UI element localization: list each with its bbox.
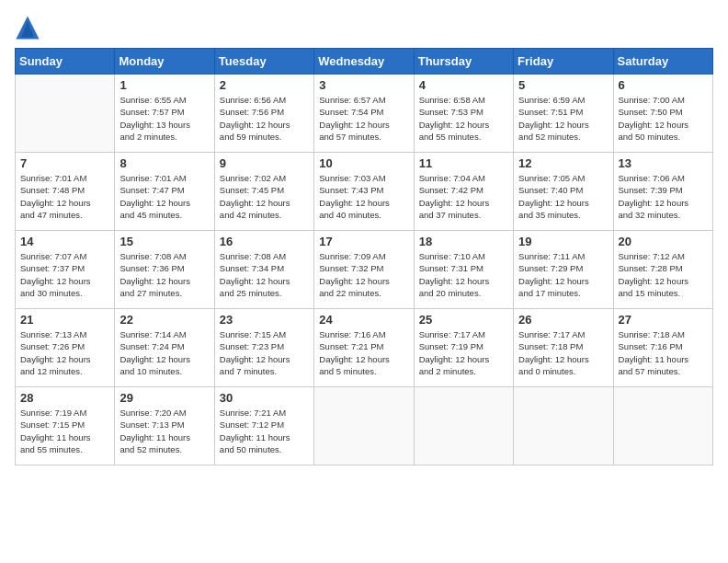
calendar-cell: 3Sunrise: 6:57 AM Sunset: 7:54 PM Daylig… xyxy=(314,75,414,153)
calendar-cell: 12Sunrise: 7:05 AM Sunset: 7:40 PM Dayli… xyxy=(514,153,613,231)
calendar-cell: 26Sunrise: 7:17 AM Sunset: 7:18 PM Dayli… xyxy=(514,309,613,387)
day-number: 10 xyxy=(319,156,408,170)
calendar-week-row: 7Sunrise: 7:01 AM Sunset: 7:48 PM Daylig… xyxy=(16,153,713,231)
day-info: Sunrise: 7:06 AM Sunset: 7:39 PM Dayligh… xyxy=(619,172,708,221)
calendar-cell: 24Sunrise: 7:16 AM Sunset: 7:21 PM Dayli… xyxy=(314,309,414,387)
day-number: 20 xyxy=(619,235,708,248)
day-info: Sunrise: 7:17 AM Sunset: 7:18 PM Dayligh… xyxy=(518,328,608,377)
calendar-cell: 13Sunrise: 7:06 AM Sunset: 7:39 PM Dayli… xyxy=(613,153,712,231)
day-info: Sunrise: 7:20 AM Sunset: 7:13 PM Dayligh… xyxy=(119,407,209,455)
day-number: 27 xyxy=(619,313,708,327)
day-of-week-header: Tuesday xyxy=(214,49,313,75)
calendar-cell: 23Sunrise: 7:15 AM Sunset: 7:23 PM Dayli… xyxy=(214,309,313,387)
calendar-cell: 5Sunrise: 6:59 AM Sunset: 7:51 PM Daylig… xyxy=(514,75,613,153)
day-number: 17 xyxy=(319,235,408,248)
calendar-cell: 16Sunrise: 7:08 AM Sunset: 7:34 PM Dayli… xyxy=(214,231,313,309)
day-info: Sunrise: 7:12 AM Sunset: 7:28 PM Dayligh… xyxy=(619,250,708,299)
day-of-week-header: Wednesday xyxy=(314,49,414,75)
calendar-cell xyxy=(414,387,513,465)
day-number: 11 xyxy=(419,156,508,170)
day-number: 28 xyxy=(20,391,109,405)
calendar-cell: 8Sunrise: 7:01 AM Sunset: 7:47 PM Daylig… xyxy=(115,153,214,231)
calendar-cell: 15Sunrise: 7:08 AM Sunset: 7:36 PM Dayli… xyxy=(115,231,214,309)
calendar-header-row: SundayMondayTuesdayWednesdayThursdayFrid… xyxy=(16,49,713,75)
day-info: Sunrise: 7:15 AM Sunset: 7:23 PM Dayligh… xyxy=(220,328,309,377)
calendar-cell: 9Sunrise: 7:02 AM Sunset: 7:45 PM Daylig… xyxy=(214,153,313,231)
day-number: 21 xyxy=(20,313,109,327)
day-info: Sunrise: 7:11 AM Sunset: 7:29 PM Dayligh… xyxy=(518,250,608,299)
calendar-cell: 21Sunrise: 7:13 AM Sunset: 7:26 PM Dayli… xyxy=(16,309,115,387)
calendar-cell: 17Sunrise: 7:09 AM Sunset: 7:32 PM Dayli… xyxy=(314,231,414,309)
day-info: Sunrise: 7:21 AM Sunset: 7:12 PM Dayligh… xyxy=(220,407,309,455)
day-info: Sunrise: 7:14 AM Sunset: 7:24 PM Dayligh… xyxy=(119,328,209,377)
day-number: 23 xyxy=(220,313,309,327)
day-number: 8 xyxy=(119,156,209,170)
calendar-cell: 18Sunrise: 7:10 AM Sunset: 7:31 PM Dayli… xyxy=(414,231,513,309)
day-number: 4 xyxy=(419,78,508,92)
calendar-cell: 28Sunrise: 7:19 AM Sunset: 7:15 PM Dayli… xyxy=(16,387,115,465)
page-header xyxy=(15,15,713,40)
day-info: Sunrise: 7:01 AM Sunset: 7:47 PM Dayligh… xyxy=(119,172,209,221)
day-of-week-header: Monday xyxy=(115,49,214,75)
day-of-week-header: Friday xyxy=(514,49,613,75)
calendar-cell: 10Sunrise: 7:03 AM Sunset: 7:43 PM Dayli… xyxy=(314,153,414,231)
day-info: Sunrise: 7:16 AM Sunset: 7:21 PM Dayligh… xyxy=(319,328,408,377)
day-info: Sunrise: 7:02 AM Sunset: 7:45 PM Dayligh… xyxy=(220,172,309,221)
calendar-cell: 1Sunrise: 6:55 AM Sunset: 7:57 PM Daylig… xyxy=(115,75,214,153)
calendar-week-row: 28Sunrise: 7:19 AM Sunset: 7:15 PM Dayli… xyxy=(16,387,713,465)
day-number: 16 xyxy=(220,235,309,248)
day-number: 7 xyxy=(20,156,109,170)
day-number: 26 xyxy=(518,313,608,327)
day-info: Sunrise: 7:17 AM Sunset: 7:19 PM Dayligh… xyxy=(419,328,508,377)
day-info: Sunrise: 7:19 AM Sunset: 7:15 PM Dayligh… xyxy=(20,407,109,455)
calendar-week-row: 21Sunrise: 7:13 AM Sunset: 7:26 PM Dayli… xyxy=(16,309,713,387)
calendar-cell: 30Sunrise: 7:21 AM Sunset: 7:12 PM Dayli… xyxy=(214,387,313,465)
calendar-cell: 19Sunrise: 7:11 AM Sunset: 7:29 PM Dayli… xyxy=(514,231,613,309)
calendar-cell: 6Sunrise: 7:00 AM Sunset: 7:50 PM Daylig… xyxy=(613,75,712,153)
day-info: Sunrise: 7:00 AM Sunset: 7:50 PM Dayligh… xyxy=(619,94,708,143)
day-number: 22 xyxy=(119,313,209,327)
day-number: 14 xyxy=(20,235,109,248)
calendar-week-row: 1Sunrise: 6:55 AM Sunset: 7:57 PM Daylig… xyxy=(16,75,713,153)
calendar-cell: 20Sunrise: 7:12 AM Sunset: 7:28 PM Dayli… xyxy=(613,231,712,309)
calendar-cell: 29Sunrise: 7:20 AM Sunset: 7:13 PM Dayli… xyxy=(115,387,214,465)
day-number: 29 xyxy=(119,391,209,405)
calendar-cell xyxy=(314,387,414,465)
day-number: 12 xyxy=(518,156,608,170)
day-number: 24 xyxy=(319,313,408,327)
day-of-week-header: Saturday xyxy=(613,49,712,75)
day-info: Sunrise: 7:08 AM Sunset: 7:36 PM Dayligh… xyxy=(119,250,209,299)
day-of-week-header: Sunday xyxy=(16,49,115,75)
day-info: Sunrise: 7:04 AM Sunset: 7:42 PM Dayligh… xyxy=(419,172,508,221)
day-number: 18 xyxy=(419,235,508,248)
calendar-cell: 7Sunrise: 7:01 AM Sunset: 7:48 PM Daylig… xyxy=(16,153,115,231)
day-number: 5 xyxy=(518,78,608,92)
calendar-week-row: 14Sunrise: 7:07 AM Sunset: 7:37 PM Dayli… xyxy=(16,231,713,309)
day-info: Sunrise: 7:18 AM Sunset: 7:16 PM Dayligh… xyxy=(619,328,708,377)
calendar-cell: 25Sunrise: 7:17 AM Sunset: 7:19 PM Dayli… xyxy=(414,309,513,387)
calendar-cell: 22Sunrise: 7:14 AM Sunset: 7:24 PM Dayli… xyxy=(115,309,214,387)
calendar-cell xyxy=(16,75,115,153)
day-info: Sunrise: 6:56 AM Sunset: 7:56 PM Dayligh… xyxy=(220,94,309,143)
day-number: 25 xyxy=(419,313,508,327)
calendar-cell: 4Sunrise: 6:58 AM Sunset: 7:53 PM Daylig… xyxy=(414,75,513,153)
logo-icon xyxy=(15,15,40,40)
calendar-cell: 14Sunrise: 7:07 AM Sunset: 7:37 PM Dayli… xyxy=(16,231,115,309)
day-info: Sunrise: 7:01 AM Sunset: 7:48 PM Dayligh… xyxy=(20,172,109,221)
day-info: Sunrise: 6:59 AM Sunset: 7:51 PM Dayligh… xyxy=(518,94,608,143)
calendar-cell: 11Sunrise: 7:04 AM Sunset: 7:42 PM Dayli… xyxy=(414,153,513,231)
day-number: 15 xyxy=(119,235,209,248)
day-info: Sunrise: 7:10 AM Sunset: 7:31 PM Dayligh… xyxy=(419,250,508,299)
calendar-cell: 27Sunrise: 7:18 AM Sunset: 7:16 PM Dayli… xyxy=(613,309,712,387)
day-info: Sunrise: 6:58 AM Sunset: 7:53 PM Dayligh… xyxy=(419,94,508,143)
day-info: Sunrise: 7:03 AM Sunset: 7:43 PM Dayligh… xyxy=(319,172,408,221)
logo xyxy=(15,15,44,40)
calendar-cell: 2Sunrise: 6:56 AM Sunset: 7:56 PM Daylig… xyxy=(214,75,313,153)
day-info: Sunrise: 7:09 AM Sunset: 7:32 PM Dayligh… xyxy=(319,250,408,299)
day-number: 19 xyxy=(518,235,608,248)
day-number: 1 xyxy=(119,78,209,92)
day-info: Sunrise: 7:13 AM Sunset: 7:26 PM Dayligh… xyxy=(20,328,109,377)
day-number: 30 xyxy=(220,391,309,405)
day-info: Sunrise: 6:55 AM Sunset: 7:57 PM Dayligh… xyxy=(119,94,209,143)
day-of-week-header: Thursday xyxy=(414,49,513,75)
